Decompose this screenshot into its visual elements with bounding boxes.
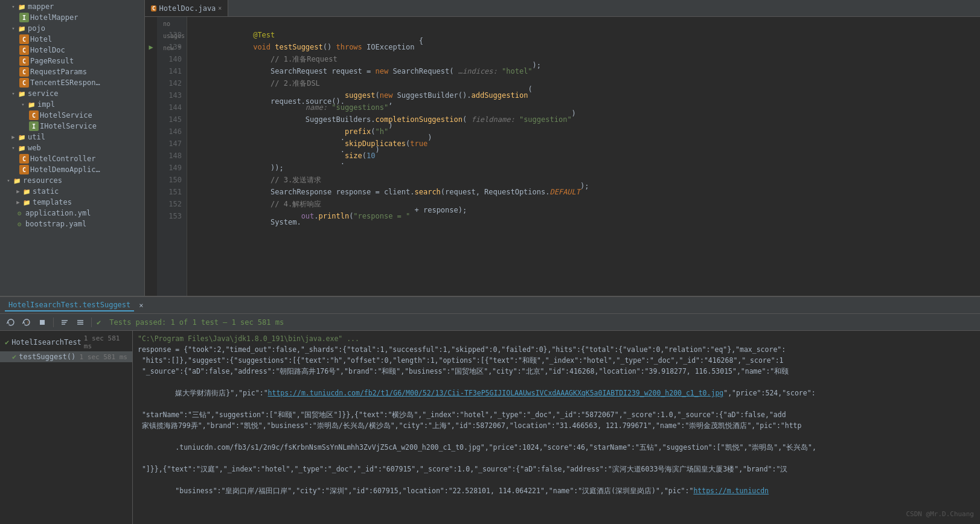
sidebar-item-label: application.yml xyxy=(25,209,91,217)
run-failed-button[interactable]: ! xyxy=(21,316,33,328)
output-line-7: .tuniucdn.com/fb3/s1/2n9c/fsKrbnNsmSsYnN… xyxy=(138,431,975,464)
folder-icon: 📁 xyxy=(17,2,27,11)
folder-icon: 📁 xyxy=(17,24,27,33)
tab-close-button[interactable]: × xyxy=(218,5,222,11)
java-c-icon: C xyxy=(19,67,29,77)
gutter-e7 xyxy=(145,126,157,138)
sidebar-item-requestparams[interactable]: C RequestParams xyxy=(0,66,144,77)
arrow-icon: ▾ xyxy=(19,101,27,107)
sidebar-item-hoteldemoapp[interactable]: C HotelDemoApplication xyxy=(0,164,144,175)
output-link-4[interactable]: https://m.tuniucdn.com/fb2/t1/G6/M00/52/… xyxy=(268,389,724,397)
java-i-icon: I xyxy=(19,13,29,22)
sidebar-item-impl[interactable]: ▾ 📁 impl xyxy=(0,99,144,110)
sidebar-item-hotelcontroller[interactable]: C HotelController xyxy=(0,153,144,164)
test-method-time: 1 sec 581 ms xyxy=(80,353,127,361)
folder-icon: 📁 xyxy=(17,143,27,153)
line-numbers: no usages new * 138 139 140 141 142 143 … xyxy=(157,17,187,296)
sort-button-2[interactable] xyxy=(74,316,86,328)
line-num-151: 151 xyxy=(162,186,182,198)
sidebar-item-label: bootstrap.yaml xyxy=(25,220,86,228)
sidebar-item-label: HotelService xyxy=(40,111,92,120)
svg-rect-1 xyxy=(40,320,45,325)
java-c-icon: C xyxy=(19,45,29,55)
sidebar-item-web[interactable]: ▾ 📁 web xyxy=(0,142,144,153)
code-line-148: .size(10) xyxy=(192,150,980,162)
code-line-141: SearchRequest request = new SearchReques… xyxy=(192,65,980,77)
gutter-e5 xyxy=(145,101,157,113)
sidebar-item-hotelservice[interactable]: C HotelService xyxy=(0,110,144,121)
sidebar-item-hoteldoc[interactable]: C HotelDoc xyxy=(0,45,144,56)
toolbar-separator xyxy=(53,318,54,327)
sidebar-item-hotelmapper[interactable]: I HotelMapper xyxy=(0,12,144,23)
gutter-e6 xyxy=(145,113,157,126)
line-num-142: 142 xyxy=(162,77,182,89)
tab-bar: C HotelDoc.java × xyxy=(145,0,980,17)
bottom-content: ✔ HotelIsearchTest 1 sec 581 ms ✔ testSu… xyxy=(0,331,980,524)
java-c-icon: C xyxy=(19,34,29,44)
gutter-e9 xyxy=(145,150,157,162)
yaml-icon: ⚙ xyxy=(14,208,24,218)
tab-label: HotelDoc.java xyxy=(159,4,216,13)
sidebar-item-tencentesresponse[interactable]: C TencentESResponse xyxy=(0,77,144,88)
sidebar-item-resources[interactable]: ▾ 📁 resources xyxy=(0,175,144,186)
code-line-151: SearchResponse response = client.search(… xyxy=(192,186,980,198)
sidebar-item-util[interactable]: ▶ 📁 util xyxy=(0,132,144,142)
rerun-button[interactable] xyxy=(5,316,17,328)
code-view: ▶ no usages new * xyxy=(145,17,980,296)
sidebar-item-label: service xyxy=(28,89,59,98)
file-tab[interactable]: C HotelDoc.java × xyxy=(145,0,228,16)
arrow-icon: ▾ xyxy=(10,4,17,10)
test-method-label: testSuggest() xyxy=(19,353,75,361)
sidebar-item-ihotelservice[interactable]: I IHotelService xyxy=(0,121,144,132)
sidebar-item-label: RequestParams xyxy=(30,68,87,76)
annotation-gutter xyxy=(145,29,157,41)
usages-text: no usages new * xyxy=(162,18,182,29)
bottom-tab-test[interactable]: HotelIsearchTest.testSuggest xyxy=(5,299,134,312)
gutter-e3 xyxy=(145,77,157,89)
sidebar-item-label: templates xyxy=(33,198,72,206)
sidebar-item-pojo[interactable]: ▾ 📁 pojo xyxy=(0,23,144,34)
usages-gutter xyxy=(145,18,157,29)
output-link-9[interactable]: https://m.tuniucdn xyxy=(693,487,769,495)
output-line-4: 媒大学财清街店}","pic":"https://m.tuniucdn.com/… xyxy=(138,377,975,409)
run-gutter[interactable]: ▶ xyxy=(145,41,157,53)
sidebar-item-label: IHotelService xyxy=(40,122,97,130)
gutter-e4 xyxy=(145,89,157,101)
gutter-icons: ▶ xyxy=(145,17,157,296)
arrow-icon: ▾ xyxy=(10,25,17,31)
sidebar-item-service[interactable]: ▾ 📁 service xyxy=(0,88,144,99)
sidebar-item-bootstrapyml[interactable]: ⚙ bootstrap.yaml xyxy=(0,219,144,229)
sidebar-item-label: HotelDoc xyxy=(30,46,65,54)
bottom-tab-close[interactable]: × xyxy=(139,301,143,310)
sidebar-item-mapper[interactable]: ▾ 📁 mapper xyxy=(0,1,144,12)
sidebar-item-pageresult[interactable]: C PageResult xyxy=(0,56,144,66)
java-c-icon: C xyxy=(19,154,29,164)
sidebar-item-label: impl xyxy=(37,100,55,109)
java-i-icon: I xyxy=(29,121,39,131)
sidebar-item-hotel[interactable]: C Hotel xyxy=(0,34,144,45)
code-line-140: // 1.准备Request xyxy=(192,53,980,65)
test-method-check-icon: ✔ xyxy=(12,353,16,361)
test-class-time: 1 sec 581 ms xyxy=(84,334,127,350)
sidebar-item-label: util xyxy=(28,133,45,141)
test-check-icon: ✔ xyxy=(5,338,9,347)
bottom-tab-bar: HotelIsearchTest.testSuggest × xyxy=(0,297,980,314)
sidebar-item-templates[interactable]: ▶ 📁 templates xyxy=(0,197,144,208)
stop-button[interactable] xyxy=(36,316,48,328)
output-panel: "C:\Program Files\Java\jdk1.8.0_191\bin\… xyxy=(133,331,980,524)
passed-text: Tests passed: 1 of 1 test – 1 sec 581 ms xyxy=(109,318,284,327)
line-num-149: 149 xyxy=(162,162,182,174)
sidebar-item-static[interactable]: ▶ 📁 static xyxy=(0,186,144,197)
test-class-item[interactable]: ✔ HotelIsearchTest 1 sec 581 ms xyxy=(0,333,132,351)
sidebar-item-applicationyml[interactable]: ⚙ application.yml xyxy=(0,208,144,219)
arrow-icon: ▾ xyxy=(10,91,17,97)
test-method-item[interactable]: ✔ testSuggest() 1 sec 581 ms xyxy=(0,351,132,362)
output-text-9a: "business":"皇岗口岸/福田口岸","city":"深圳","id":… xyxy=(171,487,693,495)
folder-icon: 📁 xyxy=(22,187,31,196)
sidebar-item-label: Hotel xyxy=(30,35,52,43)
output-text-4b: ","price":524,"score": xyxy=(723,389,815,397)
sidebar-item-label: static xyxy=(33,187,59,196)
sort-button-1[interactable] xyxy=(59,316,71,328)
output-text-7a: .tuniucdn.com/fb3/s1/2n9c/fsKrbnNsmSsYnN… xyxy=(171,443,816,452)
tab-java-icon: C xyxy=(151,5,156,11)
